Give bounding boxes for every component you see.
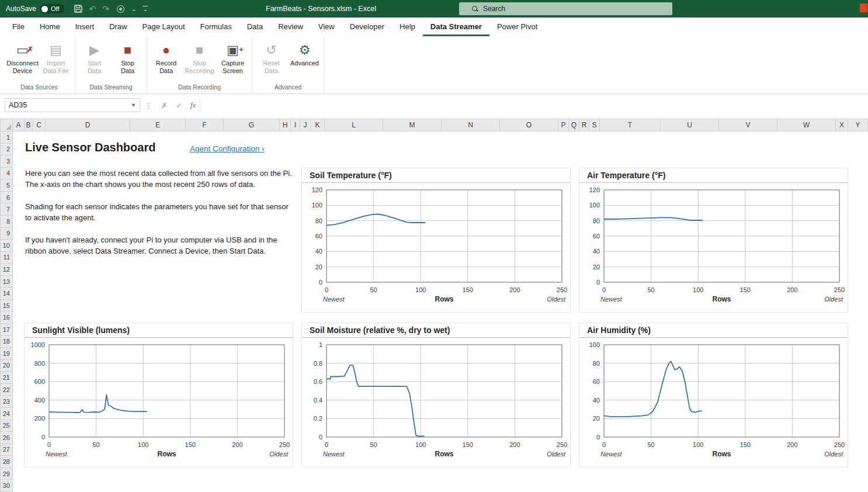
row-header-25[interactable]: 25 <box>0 420 13 432</box>
tab-view[interactable]: View <box>311 18 342 36</box>
row-header-10[interactable]: 10 <box>0 240 13 252</box>
chevron-down-icon[interactable]: ⌄ <box>131 6 136 12</box>
row-header-18[interactable]: 18 <box>0 336 13 348</box>
tab-developer[interactable]: Developer <box>342 18 392 36</box>
disconnect-device-button[interactable]: ▭✗DisconnectDevice <box>6 39 39 82</box>
tab-help[interactable]: Help <box>392 18 423 36</box>
row-header-19[interactable]: 19 <box>0 348 13 360</box>
column-header-y[interactable]: Y <box>848 119 868 131</box>
tab-formulas[interactable]: Formulas <box>193 18 239 36</box>
y-tick-label: 0 <box>596 434 600 441</box>
customize-quick-access-toolbar-icon[interactable]: ⌄ <box>143 6 147 12</box>
cancel-icon: ✗ <box>157 101 172 110</box>
row-header-4[interactable]: 4 <box>0 168 13 180</box>
column-header-b[interactable]: B <box>25 119 33 131</box>
chart-soil-moisture[interactable]: Soil Moisture (relative %, dry to wet)00… <box>301 323 571 467</box>
row-header-29[interactable]: 29 <box>0 468 13 480</box>
tab-data-streamer[interactable]: Data Streamer <box>423 18 489 36</box>
column-header-q[interactable]: Q <box>569 119 579 131</box>
column-header-v[interactable]: V <box>719 119 777 131</box>
tab-file[interactable]: File <box>5 18 32 36</box>
column-header-k[interactable]: K <box>311 119 325 131</box>
row-header-3[interactable]: 3 <box>0 155 13 168</box>
row-header-15[interactable]: 15 <box>0 300 13 312</box>
column-header-p[interactable]: P <box>558 119 569 131</box>
column-header-t[interactable]: T <box>600 119 661 131</box>
tab-insert[interactable]: Insert <box>68 18 102 36</box>
advanced-button[interactable]: ⚙Advanced <box>288 39 321 82</box>
row-header-26[interactable]: 26 <box>0 432 13 444</box>
column-header-c[interactable]: C <box>33 119 46 131</box>
autosave-toggle[interactable]: Off <box>40 4 64 13</box>
name-box[interactable]: AD35 ▼ <box>5 98 140 112</box>
row-header-20[interactable]: 20 <box>0 360 13 372</box>
row-header-1[interactable]: 1 <box>0 131 13 144</box>
sheet-body: 1234567891011121314151617181920212223242… <box>0 131 868 492</box>
row-header-14[interactable]: 14 <box>0 287 13 300</box>
chart-soil-temperature[interactable]: Soil Temperature (°F)0204060801001200501… <box>301 168 571 313</box>
x-tick-label: 0 <box>325 441 328 448</box>
y-tick-label: 800 <box>34 360 45 367</box>
row-header-23[interactable]: 23 <box>0 396 13 408</box>
tab-power-pivot[interactable]: Power Pivot <box>489 18 545 36</box>
column-header-f[interactable]: F <box>186 119 224 131</box>
x-tick-label: 250 <box>557 441 567 448</box>
column-header-d[interactable]: D <box>46 119 130 131</box>
column-header-j[interactable]: J <box>300 119 311 131</box>
tab-home[interactable]: Home <box>32 18 68 36</box>
insert-function-icon[interactable]: fx <box>186 101 200 110</box>
tab-data[interactable]: Data <box>239 18 270 36</box>
grid-canvas[interactable]: Live Sensor Dashboard Agent Configuratio… <box>13 131 868 492</box>
row-header-16[interactable]: 16 <box>0 311 13 324</box>
row-header-7[interactable]: 7 <box>0 203 13 216</box>
column-header-l[interactable]: L <box>325 119 383 131</box>
row-header-12[interactable]: 12 <box>0 264 13 276</box>
chart-air-humidity[interactable]: Air Humidity (%)020406080100050100150200… <box>579 323 848 467</box>
row-header-21[interactable]: 21 <box>0 372 13 384</box>
save-icon[interactable] <box>74 4 83 13</box>
column-header-i[interactable]: I <box>291 119 300 131</box>
column-header-o[interactable]: O <box>500 119 558 131</box>
row-header-8[interactable]: 8 <box>0 216 13 228</box>
agent-configuration-link[interactable]: Agent Configuration › <box>190 144 265 153</box>
column-header-x[interactable]: X <box>836 119 848 131</box>
tab-page-layout[interactable]: Page Layout <box>135 18 193 36</box>
chart-air-temperature[interactable]: Air Temperature (°F)02040608010012005010… <box>579 168 848 313</box>
pen-mode-icon[interactable] <box>116 4 125 13</box>
row-header-17[interactable]: 17 <box>0 324 13 336</box>
select-all-corner[interactable] <box>0 119 13 131</box>
row-header-5[interactable]: 5 <box>0 179 13 192</box>
column-header-g[interactable]: G <box>224 119 280 131</box>
row-header-2[interactable]: 2 <box>0 144 13 156</box>
name-box-dropdown-icon[interactable]: ▼ <box>131 102 136 108</box>
row-header-28[interactable]: 28 <box>0 456 13 468</box>
row-header-11[interactable]: 11 <box>0 252 13 264</box>
row-header-13[interactable]: 13 <box>0 276 13 288</box>
capture-screen-button[interactable]: ▣+CaptureScreen <box>216 39 249 82</box>
column-header-r[interactable]: R <box>579 119 589 131</box>
x-axis-title: Rows <box>157 450 176 458</box>
row-header-24[interactable]: 24 <box>0 408 13 420</box>
column-header-a[interactable]: A <box>13 119 25 131</box>
row-header-22[interactable]: 22 <box>0 384 13 396</box>
row-header-27[interactable]: 27 <box>0 444 13 456</box>
row-header-30[interactable]: 30 <box>0 480 13 492</box>
column-header-n[interactable]: N <box>442 119 500 131</box>
formula-bar-handle-icon[interactable]: ⋮ <box>140 101 157 110</box>
column-header-e[interactable]: E <box>130 119 186 131</box>
row-header-9[interactable]: 9 <box>0 228 13 240</box>
column-header-u[interactable]: U <box>661 119 719 131</box>
chart-sunlight-visible[interactable]: Sunlight Visible (lumens)020040060080010… <box>24 323 293 467</box>
column-header-w[interactable]: W <box>777 119 836 131</box>
search-box[interactable]: Search <box>459 2 672 15</box>
record-data-button[interactable]: ●RecordData <box>150 39 183 82</box>
tab-draw[interactable]: Draw <box>102 18 134 36</box>
column-header-m[interactable]: M <box>383 119 442 131</box>
tab-review[interactable]: Review <box>270 18 311 36</box>
column-header-h[interactable]: H <box>280 119 291 131</box>
window-control-partial <box>860 4 867 12</box>
column-header-s[interactable]: S <box>589 119 600 131</box>
row-header-6[interactable]: 6 <box>0 192 13 204</box>
stop-data-button[interactable]: ■StopData <box>111 39 144 82</box>
formula-input[interactable] <box>200 98 868 112</box>
